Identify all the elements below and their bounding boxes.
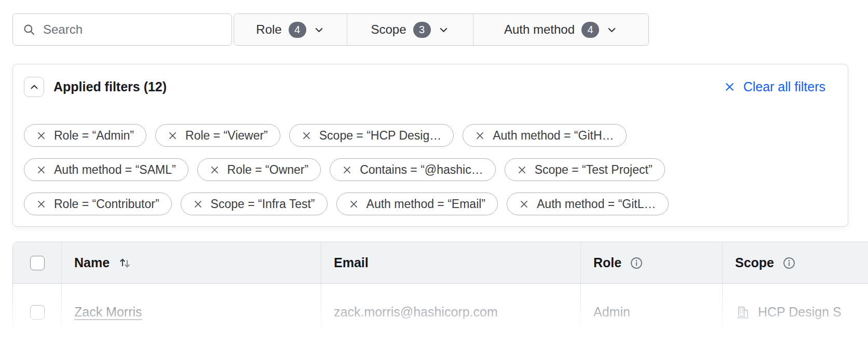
dropdown-label: Auth method bbox=[504, 22, 575, 37]
applied-filters-title: Applied filters (12) bbox=[53, 79, 167, 94]
column-header-scope: Scope bbox=[722, 242, 868, 283]
applied-filters-panel: Applied filters (12) Clear all filters R… bbox=[12, 64, 848, 227]
column-header-email: Email bbox=[321, 242, 580, 283]
close-icon[interactable] bbox=[193, 199, 203, 209]
member-scope: HCP Design S bbox=[758, 305, 842, 320]
close-icon[interactable] bbox=[519, 199, 529, 209]
member-email: zack.morris@hashicorp.com bbox=[334, 305, 498, 320]
info-icon[interactable] bbox=[630, 256, 643, 270]
filter-chip[interactable]: Scope = “HCP Desig… bbox=[289, 124, 454, 147]
clear-all-filters-label: Clear all filters bbox=[743, 79, 825, 94]
close-icon[interactable] bbox=[210, 165, 220, 175]
applied-filters-header: Applied filters (12) Clear all filters bbox=[24, 77, 837, 97]
close-icon bbox=[724, 81, 736, 93]
search-input[interactable] bbox=[43, 22, 222, 37]
filter-chip-label: Role = “Contributor” bbox=[54, 197, 159, 211]
column-header-role: Role bbox=[580, 242, 722, 283]
count-badge: 4 bbox=[289, 22, 306, 38]
filter-chip-label: Role = “Admin” bbox=[54, 129, 134, 143]
name-cell: Zack Morris bbox=[61, 284, 321, 340]
column-label: Name bbox=[74, 255, 110, 270]
chevron-down-icon bbox=[606, 24, 618, 36]
filter-chip[interactable]: Role = “Contributor” bbox=[24, 192, 172, 215]
filter-chip-label: Scope = “HCP Desig… bbox=[319, 129, 441, 143]
chip-row: Role = “Contributor” Scope = “Infra Test… bbox=[24, 192, 837, 215]
organization-icon bbox=[735, 305, 751, 320]
member-name-link[interactable]: Zack Morris bbox=[74, 305, 142, 320]
chevron-down-icon bbox=[438, 24, 450, 36]
select-all-checkbox[interactable] bbox=[30, 256, 45, 270]
applied-filter-chips: Role = “Admin” Role = “Viewer” Scope = “… bbox=[24, 124, 837, 215]
clear-all-filters-button[interactable]: Clear all filters bbox=[724, 79, 825, 94]
scope-cell: HCP Design S bbox=[722, 284, 868, 340]
filter-chip[interactable]: Scope = “Infra Test” bbox=[181, 192, 328, 215]
row-select-cell bbox=[13, 284, 61, 340]
close-icon[interactable] bbox=[517, 165, 527, 175]
sort-icon[interactable] bbox=[118, 256, 132, 270]
filter-chip-label: Auth method = “Email” bbox=[367, 197, 485, 211]
close-icon[interactable] bbox=[36, 165, 46, 175]
filter-chip[interactable]: Role = “Owner” bbox=[197, 158, 321, 181]
filter-chip[interactable]: Scope = “Test Project” bbox=[505, 158, 665, 181]
filter-dropdown-scope[interactable]: Scope 3 bbox=[347, 14, 473, 45]
count-badge: 3 bbox=[413, 22, 431, 38]
filter-chip-label: Auth method = “GitH… bbox=[493, 129, 614, 143]
close-icon[interactable] bbox=[168, 131, 178, 141]
filter-chip-label: Auth method = “SAML” bbox=[54, 163, 176, 177]
search-box[interactable] bbox=[12, 13, 232, 46]
filter-dropdown-role[interactable]: Role 4 bbox=[234, 14, 347, 45]
close-icon[interactable] bbox=[349, 199, 359, 209]
filter-chip[interactable]: Auth method = “Email” bbox=[336, 192, 498, 215]
column-label: Email bbox=[334, 255, 369, 270]
filter-chip[interactable]: Auth method = “GitH… bbox=[463, 124, 626, 147]
chip-row: Auth method = “SAML” Role = “Owner” Cont… bbox=[24, 158, 837, 181]
filter-chip[interactable]: Role = “Viewer” bbox=[155, 124, 280, 147]
collapse-toggle-button[interactable] bbox=[24, 77, 44, 97]
filter-chip-label: Scope = “Infra Test” bbox=[211, 197, 315, 211]
search-icon bbox=[22, 23, 36, 36]
column-label: Scope bbox=[735, 255, 774, 270]
email-cell: zack.morris@hashicorp.com bbox=[321, 284, 580, 340]
filter-dropdown-group: Role 4 Scope 3 Auth method 4 bbox=[234, 13, 649, 46]
chip-row: Role = “Admin” Role = “Viewer” Scope = “… bbox=[24, 124, 837, 147]
role-cell: Admin bbox=[580, 284, 722, 340]
close-icon[interactable] bbox=[36, 131, 46, 141]
filter-chip[interactable]: Auth method = “SAML” bbox=[24, 158, 188, 181]
row-checkbox[interactable] bbox=[30, 305, 45, 320]
close-icon[interactable] bbox=[475, 131, 485, 141]
member-role: Admin bbox=[593, 305, 630, 320]
filter-chip-label: Role = “Owner” bbox=[227, 163, 309, 177]
dropdown-label: Scope bbox=[371, 22, 406, 37]
filter-chip[interactable]: Auth method = “GitL… bbox=[507, 192, 668, 215]
filter-chip[interactable]: Role = “Admin” bbox=[24, 124, 146, 147]
members-table: Name Email Role Scope bbox=[12, 242, 868, 341]
filter-chip[interactable]: Contains = “@hashic… bbox=[330, 158, 495, 181]
close-icon[interactable] bbox=[342, 165, 352, 175]
table-header-row: Name Email Role Scope bbox=[13, 242, 868, 283]
count-badge: 4 bbox=[581, 22, 599, 38]
filter-dropdown-auth-method[interactable]: Auth method 4 bbox=[473, 14, 648, 45]
close-icon[interactable] bbox=[302, 131, 311, 141]
select-all-cell bbox=[13, 242, 61, 283]
chevron-down-icon bbox=[313, 24, 325, 36]
info-icon[interactable] bbox=[782, 256, 796, 270]
dropdown-label: Role bbox=[256, 22, 281, 37]
table-row: Zack Morris zack.morris@hashicorp.com Ad… bbox=[13, 283, 868, 340]
filter-bar: Role 4 Scope 3 Auth method 4 bbox=[12, 13, 649, 46]
column-label: Role bbox=[593, 255, 621, 270]
column-header-name[interactable]: Name bbox=[61, 242, 321, 283]
filter-chip-label: Scope = “Test Project” bbox=[535, 163, 653, 177]
filter-chip-label: Contains = “@hashic… bbox=[360, 163, 483, 177]
filter-chip-label: Auth method = “GitL… bbox=[537, 197, 656, 211]
members-filter-screen: Role 4 Scope 3 Auth method 4 bbox=[0, 0, 868, 358]
chevron-up-icon bbox=[29, 81, 40, 93]
filter-chip-label: Role = “Viewer” bbox=[185, 129, 268, 143]
close-icon[interactable] bbox=[36, 199, 46, 209]
